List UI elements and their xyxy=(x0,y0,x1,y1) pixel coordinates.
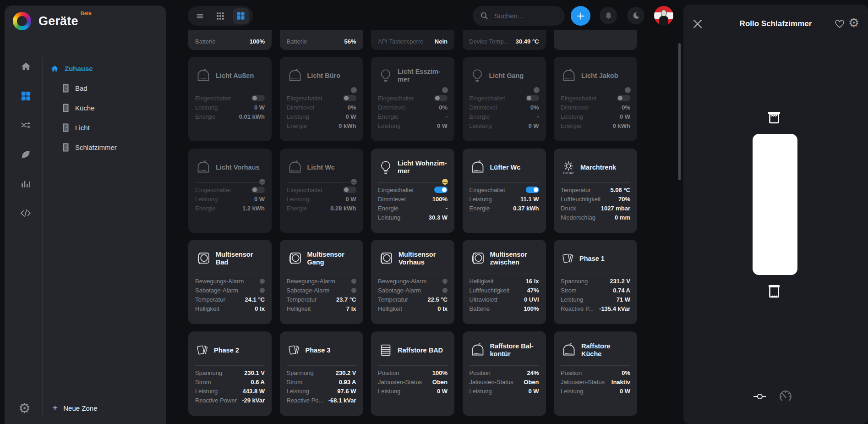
row-value: 24% xyxy=(527,369,539,376)
row-label: Energie xyxy=(287,205,307,212)
row-label: Leistung xyxy=(287,196,309,203)
device-card[interactable]: API TastensperreNein xyxy=(371,30,454,50)
zone-item-kueche[interactable]: Küche xyxy=(62,101,159,115)
row-value: 100% xyxy=(250,38,265,45)
device-card[interactable]: Licht Wc EingeschaltetLeistung0 WEnergie… xyxy=(280,149,363,233)
row-label: Leistung xyxy=(378,214,400,221)
row-value: 56% xyxy=(344,38,356,45)
card-row: Batterie100% xyxy=(469,304,539,313)
scrollbar-thumb[interactable] xyxy=(678,43,681,180)
shutter-position-slider[interactable] xyxy=(753,134,797,275)
row-label: Reactive Po... xyxy=(287,397,324,404)
row-label: Ultraviolett xyxy=(469,296,497,303)
nav-statistics[interactable] xyxy=(18,177,33,191)
device-card[interactable]: Licht Vorhaus EingeschaltetLeistung0 WEn… xyxy=(188,149,272,233)
nav-home[interactable] xyxy=(18,60,33,73)
phase-icon xyxy=(195,342,210,358)
device-status-dot xyxy=(625,87,631,93)
gauge-icon[interactable] xyxy=(778,389,793,404)
zone-item-schlafzimmer[interactable]: Schlafzimmer xyxy=(62,140,159,154)
row-value: 230.1 V xyxy=(244,369,265,376)
device-card[interactable]: Batterie100% xyxy=(188,30,272,50)
device-card[interactable]: Licht Büro EingeschaltetDimmlevel0%Leist… xyxy=(280,57,363,141)
settings-gear-icon[interactable]: ⚙ xyxy=(848,16,859,30)
device-card[interactable]: Licht Gang EingeschaltetDimmlevel0%Energ… xyxy=(463,57,546,141)
row-label: Energie xyxy=(195,113,216,120)
toggle-switch[interactable] xyxy=(434,95,448,101)
device-card[interactable]: Multisensor Bad Bewegungs-AlarmSabotage-… xyxy=(188,240,272,324)
card-row: Niederschlag0 mm xyxy=(561,213,630,222)
blind-closed-icon[interactable] xyxy=(767,284,781,299)
favorite-heart-icon[interactable] xyxy=(834,18,846,30)
row-value: 0 lx xyxy=(255,305,265,312)
device-card[interactable]: TODAY Marchtrenk Temperatur5.06 °CLuftfe… xyxy=(554,149,637,233)
device-detail-panel: Rollo Schlafzimmer ⚙ xyxy=(683,5,868,424)
row-label: Luftfeuchtigkeit xyxy=(469,287,509,294)
device-card[interactable]: Phase 2 Spannung230.1 VStrom0.6 ALeistun… xyxy=(188,331,272,416)
device-card[interactable]: Raffstore BAD Position100%Jalousien-Stat… xyxy=(371,331,454,416)
row-label: Helligkeit xyxy=(195,305,219,312)
row-label: Leistung xyxy=(469,388,492,395)
zone-item-bad[interactable]: Bad xyxy=(62,81,159,95)
card-row: Strom0.6 A xyxy=(195,377,265,386)
row-value: 97.6 W xyxy=(337,388,356,395)
device-card[interactable]: Multisensor Vorhaus Bewegungs-AlarmSabot… xyxy=(371,240,454,324)
plus-icon: + xyxy=(52,402,58,413)
zone-item-zuhause[interactable]: Zuhause xyxy=(50,61,159,75)
toggle-switch[interactable] xyxy=(526,187,539,193)
row-value: 0 kWh xyxy=(613,122,630,129)
device-card[interactable]: Multisensor Gang Bewegungs-AlarmSabotage… xyxy=(280,240,363,324)
toggle-switch[interactable] xyxy=(251,95,265,101)
device-card[interactable]: Phase 1 Spannung231.2 VStrom0.74 ALeistu… xyxy=(554,240,637,324)
card-row: Luftfeuchtigkeit47% xyxy=(469,286,539,295)
card-divider xyxy=(469,365,539,366)
device-card[interactable]: Lüfter Wc EingeschaltetLeistung11.1 WEne… xyxy=(463,149,546,233)
card-header: Phase 3 xyxy=(287,338,357,363)
toggle-switch[interactable] xyxy=(434,187,448,193)
leaf-icon xyxy=(20,149,31,160)
app-title: GeräteBeta xyxy=(38,14,92,28)
device-card[interactable]: Device Temp...30.49 °C xyxy=(463,30,546,50)
device-card[interactable]: Phase 3 Spannung230.2 VStrom0.93 ALeistu… xyxy=(280,331,363,416)
new-zone-button[interactable]: + Neue Zone xyxy=(52,402,97,413)
nav-dashboard[interactable] xyxy=(18,89,33,103)
device-card[interactable] xyxy=(554,30,637,50)
device-card[interactable]: Licht Esszim- mer EingeschaltetDimmlevel… xyxy=(371,57,454,141)
row-label: Position xyxy=(378,369,399,376)
card-row: Leistung443.8 W xyxy=(195,386,265,396)
card-divider xyxy=(287,91,356,91)
card-row: Sabotage-Alarm xyxy=(378,286,448,295)
nav-code[interactable] xyxy=(18,206,33,220)
card-header: Multisensor Bad xyxy=(195,246,266,271)
device-card[interactable]: Multisensor zwischen Helligkeit16 lxLuft… xyxy=(463,240,546,324)
toggle-switch[interactable] xyxy=(251,187,265,193)
zone-item-licht[interactable]: Licht xyxy=(62,121,159,134)
device-card[interactable]: Raffstore Küche Position0%Jalousien-Stat… xyxy=(554,331,637,416)
nav-connections[interactable] xyxy=(18,118,33,132)
row-label: Luftfeuchtigkeit xyxy=(561,196,601,203)
device-title: Raffstore BAD xyxy=(398,347,443,354)
device-card[interactable]: Raffstore Bal- kontür Position24%Jalousi… xyxy=(463,331,546,416)
card-row: Helligkeit16 lx xyxy=(469,276,539,286)
nav-eco[interactable] xyxy=(18,148,33,161)
toggle-switch[interactable] xyxy=(526,95,539,101)
row-value: 0 mm xyxy=(615,214,630,221)
card-row: Eingeschaltet xyxy=(287,185,356,194)
blind-open-icon[interactable] xyxy=(767,110,781,125)
device-card[interactable]: Licht Außen EingeschaltetLeistung0 WEner… xyxy=(188,57,272,141)
shelly-relay-icon xyxy=(469,342,486,358)
card-divider xyxy=(378,182,448,183)
card-rows: EingeschaltetDimmlevel0%Leistung0 WEnerg… xyxy=(287,94,356,130)
toggle-switch[interactable] xyxy=(343,187,356,193)
toggle-switch[interactable] xyxy=(617,95,630,101)
card-row: Luftfeuchtigkeit70% xyxy=(561,194,630,204)
card-rows: EingeschaltetDimmlevel100%Energie-Leistu… xyxy=(378,185,448,222)
device-card[interactable]: Licht Wohnzim- mer EingeschaltetDimmleve… xyxy=(371,149,454,233)
card-rows: Bewegungs-AlarmSabotage-AlarmTemperatur2… xyxy=(195,276,265,313)
toggle-switch[interactable] xyxy=(343,95,356,101)
slider-control-icon[interactable] xyxy=(753,392,769,401)
card-row: Sabotage-Alarm xyxy=(287,286,356,295)
settings-gear-icon[interactable]: ⚙ xyxy=(18,402,31,415)
device-card[interactable]: Batterie56% xyxy=(280,30,363,50)
device-card[interactable]: Licht Jakob EingeschaltetDimmlevel0%Leis… xyxy=(554,57,637,141)
